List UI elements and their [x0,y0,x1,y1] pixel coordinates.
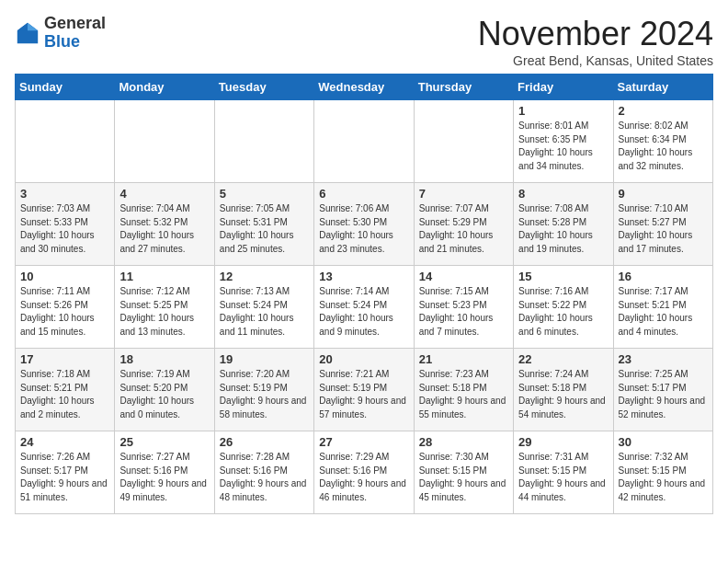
header-day-saturday: Saturday [613,75,712,100]
header-day-thursday: Thursday [414,75,513,100]
header-day-wednesday: Wednesday [314,75,414,100]
day-cell: 25Sunrise: 7:27 AMSunset: 5:16 PMDayligh… [115,431,214,514]
day-info: Sunrise: 7:23 AMSunset: 5:18 PMDaylight:… [419,368,508,421]
day-info: Sunrise: 7:16 AMSunset: 5:22 PMDaylight:… [518,285,608,339]
week-row-4: 17Sunrise: 7:18 AMSunset: 5:21 PMDayligh… [16,349,713,431]
day-info: Sunrise: 7:10 AMSunset: 5:27 PMDaylight:… [619,202,708,256]
day-info: Sunrise: 7:17 AMSunset: 5:21 PMDaylight:… [619,285,708,339]
header-day-friday: Friday [514,75,613,100]
day-info: Sunrise: 7:11 AMSunset: 5:26 PMDaylight:… [20,285,109,339]
day-cell: 16Sunrise: 7:17 AMSunset: 5:21 PMDayligh… [613,266,712,349]
day-number: 28 [419,435,508,449]
logo: General Blue [15,15,106,52]
day-info: Sunrise: 7:15 AMSunset: 5:23 PMDaylight:… [419,285,508,339]
title-area: November 2024 Great Bend, Kansas, United… [478,15,713,68]
day-cell: 17Sunrise: 7:18 AMSunset: 5:21 PMDayligh… [16,349,115,431]
day-cell: 11Sunrise: 7:12 AMSunset: 5:25 PMDayligh… [115,266,214,349]
day-number: 6 [319,187,408,201]
day-info: Sunrise: 7:28 AMSunset: 5:16 PMDaylight:… [220,451,309,504]
day-cell: 9Sunrise: 7:10 AMSunset: 5:27 PMDaylight… [613,183,712,266]
header-day-monday: Monday [115,75,214,100]
day-number: 23 [619,352,708,366]
day-cell: 29Sunrise: 7:31 AMSunset: 5:15 PMDayligh… [514,431,613,514]
day-info: Sunrise: 7:19 AMSunset: 5:20 PMDaylight:… [119,368,209,421]
day-cell: 20Sunrise: 7:21 AMSunset: 5:19 PMDayligh… [314,349,414,431]
day-number: 7 [419,187,508,201]
day-cell: 1Sunrise: 8:01 AMSunset: 6:35 PMDaylight… [514,100,613,183]
header-day-tuesday: Tuesday [214,75,313,100]
day-cell: 19Sunrise: 7:20 AMSunset: 5:19 PMDayligh… [214,349,313,431]
day-number: 26 [220,435,309,449]
day-cell: 7Sunrise: 7:07 AMSunset: 5:29 PMDaylight… [414,183,513,266]
day-number: 15 [518,270,608,283]
day-cell: 27Sunrise: 7:29 AMSunset: 5:16 PMDayligh… [314,431,414,514]
day-number: 10 [20,270,109,283]
day-number: 11 [119,270,209,283]
day-info: Sunrise: 7:12 AMSunset: 5:25 PMDaylight:… [119,285,209,339]
day-number: 25 [119,435,209,449]
logo-icon [15,20,40,46]
day-cell: 5Sunrise: 7:05 AMSunset: 5:31 PMDaylight… [214,183,313,266]
location: Great Bend, Kansas, United States [478,53,713,68]
day-number: 13 [319,270,408,283]
day-cell: 24Sunrise: 7:26 AMSunset: 5:17 PMDayligh… [16,431,115,514]
day-number: 9 [619,187,708,201]
day-number: 24 [20,435,109,449]
day-cell: 12Sunrise: 7:13 AMSunset: 5:24 PMDayligh… [214,266,313,349]
day-info: Sunrise: 7:25 AMSunset: 5:17 PMDaylight:… [619,368,708,421]
day-cell: 21Sunrise: 7:23 AMSunset: 5:18 PMDayligh… [414,349,513,431]
day-cell: 10Sunrise: 7:11 AMSunset: 5:26 PMDayligh… [16,266,115,349]
day-info: Sunrise: 7:27 AMSunset: 5:16 PMDaylight:… [119,451,209,504]
day-number: 4 [119,187,209,201]
week-row-1: 1Sunrise: 8:01 AMSunset: 6:35 PMDaylight… [16,100,713,183]
header-row: SundayMondayTuesdayWednesdayThursdayFrid… [16,75,713,100]
day-info: Sunrise: 7:14 AMSunset: 5:24 PMDaylight:… [319,285,408,339]
month-title: November 2024 [478,15,713,53]
day-cell: 18Sunrise: 7:19 AMSunset: 5:20 PMDayligh… [115,349,214,431]
day-cell: 6Sunrise: 7:06 AMSunset: 5:30 PMDaylight… [314,183,414,266]
day-number: 1 [518,104,608,118]
page-header: General Blue November 2024 Great Bend, K… [15,15,713,68]
day-info: Sunrise: 7:13 AMSunset: 5:24 PMDaylight:… [220,285,309,339]
week-row-2: 3Sunrise: 7:03 AMSunset: 5:33 PMDaylight… [16,183,713,266]
day-cell: 2Sunrise: 8:02 AMSunset: 6:34 PMDaylight… [613,100,712,183]
day-number: 19 [220,352,309,366]
day-cell: 3Sunrise: 7:03 AMSunset: 5:33 PMDaylight… [16,183,115,266]
header-day-sunday: Sunday [16,75,115,100]
day-cell: 30Sunrise: 7:32 AMSunset: 5:15 PMDayligh… [613,431,712,514]
day-number: 17 [20,352,109,366]
day-info: Sunrise: 7:20 AMSunset: 5:19 PMDaylight:… [220,368,309,421]
day-number: 14 [419,270,508,283]
day-info: Sunrise: 7:24 AMSunset: 5:18 PMDaylight:… [518,368,608,421]
day-info: Sunrise: 7:06 AMSunset: 5:30 PMDaylight:… [319,202,408,256]
day-cell [414,100,513,183]
day-cell: 14Sunrise: 7:15 AMSunset: 5:23 PMDayligh… [414,266,513,349]
day-cell: 22Sunrise: 7:24 AMSunset: 5:18 PMDayligh… [514,349,613,431]
calendar-table: SundayMondayTuesdayWednesdayThursdayFrid… [15,74,713,514]
day-cell: 23Sunrise: 7:25 AMSunset: 5:17 PMDayligh… [613,349,712,431]
day-number: 5 [220,187,309,201]
day-cell: 26Sunrise: 7:28 AMSunset: 5:16 PMDayligh… [214,431,313,514]
day-cell [16,100,115,183]
day-info: Sunrise: 7:03 AMSunset: 5:33 PMDaylight:… [20,202,109,256]
day-number: 27 [319,435,408,449]
day-info: Sunrise: 7:05 AMSunset: 5:31 PMDaylight:… [220,202,309,256]
day-number: 16 [619,270,708,283]
day-info: Sunrise: 7:18 AMSunset: 5:21 PMDaylight:… [20,368,109,421]
day-info: Sunrise: 7:04 AMSunset: 5:32 PMDaylight:… [119,202,209,256]
day-number: 22 [518,352,608,366]
day-info: Sunrise: 7:08 AMSunset: 5:28 PMDaylight:… [518,202,608,256]
day-number: 21 [419,352,508,366]
day-cell: 15Sunrise: 7:16 AMSunset: 5:22 PMDayligh… [514,266,613,349]
day-cell: 4Sunrise: 7:04 AMSunset: 5:32 PMDaylight… [115,183,214,266]
calendar-body: 1Sunrise: 8:01 AMSunset: 6:35 PMDaylight… [16,100,713,514]
day-number: 29 [518,435,608,449]
day-info: Sunrise: 7:31 AMSunset: 5:15 PMDaylight:… [518,451,608,504]
day-cell [115,100,214,183]
day-info: Sunrise: 7:29 AMSunset: 5:16 PMDaylight:… [319,451,408,504]
day-info: Sunrise: 7:32 AMSunset: 5:15 PMDaylight:… [619,451,708,504]
week-row-3: 10Sunrise: 7:11 AMSunset: 5:26 PMDayligh… [16,266,713,349]
day-number: 3 [20,187,109,201]
day-number: 2 [619,104,708,118]
day-info: Sunrise: 7:21 AMSunset: 5:19 PMDaylight:… [319,368,408,421]
